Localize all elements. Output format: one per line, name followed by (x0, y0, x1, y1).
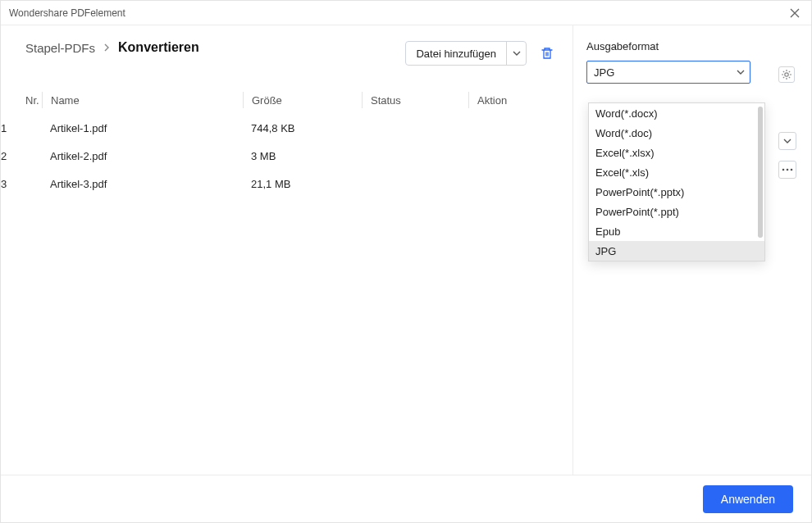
apply-button[interactable]: Anwenden (703, 485, 793, 513)
col-header-nr: Nr. (1, 92, 42, 108)
format-option[interactable]: PowerPoint(*.pptx) (589, 182, 764, 202)
breadcrumb: Stapel-PDFs Konvertieren (1, 40, 199, 66)
add-file-label: Datei hinzufügen (406, 48, 506, 60)
output-format-dropdown: Word(*.docx) Word(*.doc) Excel(*.xlsx) E… (588, 102, 765, 262)
app-window: Wondershare PDFelement Stapel-PDFs Konve… (0, 0, 812, 523)
file-table: Nr. Name Größe Status Aktion 1 Artikel-1… (1, 86, 573, 198)
table-header: Nr. Name Größe Status Aktion (1, 86, 573, 114)
format-option[interactable]: Excel(*.xls) (589, 162, 764, 182)
table-row[interactable]: 3 Artikel-3.pdf 21,1 MB (1, 170, 573, 198)
svg-point-0 (785, 73, 788, 76)
format-option[interactable]: Word(*.docx) (589, 103, 764, 123)
left-pane: Stapel-PDFs Konvertieren Datei hinzufüge… (1, 25, 573, 475)
format-option[interactable]: PowerPoint(*.ppt) (589, 202, 764, 221)
expand-button[interactable] (778, 132, 796, 150)
col-header-status: Status (362, 92, 468, 108)
format-option[interactable]: Excel(*.xlsx) (589, 143, 764, 162)
trash-icon[interactable] (538, 44, 556, 62)
dropdown-scrollbar[interactable] (758, 107, 763, 238)
format-option[interactable]: Word(*.doc) (589, 123, 764, 143)
table-row[interactable]: 2 Artikel-2.pdf 3 MB (1, 142, 573, 170)
titlebar: Wondershare PDFelement (1, 1, 811, 25)
svg-point-3 (791, 169, 793, 171)
window-title: Wondershare PDFelement (9, 7, 125, 19)
format-option-selected[interactable]: JPG (589, 241, 764, 261)
output-format-select[interactable]: JPG (586, 61, 750, 84)
chevron-right-icon (103, 43, 110, 52)
output-format-value: JPG (594, 66, 614, 79)
add-file-button[interactable]: Datei hinzufügen (405, 41, 527, 66)
col-header-name: Name (42, 92, 243, 108)
content-area: Stapel-PDFs Konvertieren Datei hinzufüge… (1, 25, 811, 475)
chevron-down-icon (737, 70, 745, 75)
output-format-label: Ausgabeformat (586, 40, 798, 52)
breadcrumb-current: Konvertieren (118, 40, 199, 55)
col-header-action: Aktion (468, 92, 573, 108)
svg-point-2 (787, 169, 789, 171)
more-button[interactable] (778, 161, 796, 179)
gear-icon[interactable] (778, 66, 795, 83)
col-header-size: Größe (243, 92, 362, 108)
footer: Anwenden (1, 475, 811, 522)
table-row[interactable]: 1 Artikel-1.pdf 744,8 KB (1, 114, 573, 142)
format-option[interactable]: Epub (589, 221, 764, 241)
chevron-down-icon[interactable] (506, 42, 526, 65)
breadcrumb-root[interactable]: Stapel-PDFs (25, 41, 95, 55)
close-icon[interactable] (787, 5, 803, 21)
svg-point-1 (782, 169, 785, 171)
